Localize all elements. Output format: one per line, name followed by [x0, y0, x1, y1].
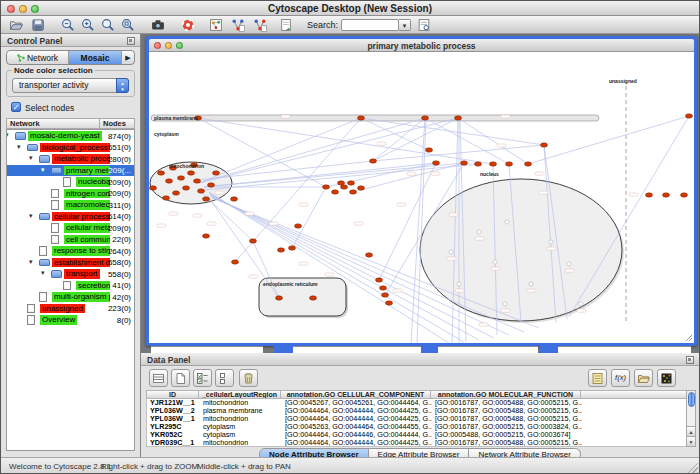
network-node[interactable] [341, 185, 348, 189]
network-node-unselected[interactable] [477, 230, 481, 234]
save-session-icon[interactable] [31, 18, 45, 32]
unselect-attributes-icon[interactable] [215, 369, 234, 387]
background-window-fragment[interactable] [438, 346, 538, 353]
tree-row[interactable]: mosaic-demo-yeast874(0) [7, 130, 134, 142]
tree-row[interactable]: transport558(0) [7, 268, 134, 280]
network-node[interactable] [541, 143, 548, 147]
network-node[interactable] [289, 246, 296, 250]
tree-row[interactable]: response to stimul264(0) [7, 245, 134, 257]
tab-overflow-arrow[interactable] [122, 51, 134, 64]
network-node[interactable] [150, 186, 157, 190]
network-node[interactable] [663, 193, 670, 197]
select-attributes-icon[interactable] [149, 369, 168, 387]
tree-row[interactable]: primary metabo209(... [7, 165, 134, 177]
tree-expand-icon[interactable] [41, 269, 45, 277]
column-header[interactable]: ID [146, 390, 199, 399]
formula-builder-icon[interactable]: f(x) [611, 369, 630, 387]
tree-row[interactable]: Overview8(0) [7, 314, 134, 326]
network-tree[interactable]: mosaic-demo-yeast874(0)biological_proces… [6, 129, 135, 451]
attribute-table[interactable]: YJR121W__1mitochondrion[GO:0045267, GO:0… [146, 399, 688, 447]
scrollbar-thumb[interactable] [688, 392, 695, 407]
network-node[interactable] [183, 186, 190, 190]
network-node[interactable] [194, 179, 201, 183]
network-node[interactable] [166, 179, 173, 183]
column-header[interactable]: annotation.GO CELLULAR_COMPONENT [281, 390, 431, 399]
tree-expand-icon[interactable] [29, 212, 33, 220]
network-node[interactable] [188, 171, 195, 175]
column-header[interactable]: annotation.GO MOLECULAR_FUNCTION [431, 390, 581, 399]
tree-row[interactable]: multi-organism pro42(0) [7, 291, 134, 303]
annotation-page-icon[interactable] [279, 18, 293, 32]
network-node[interactable] [348, 181, 355, 185]
table-row[interactable]: YLR295Ccytoplasm[GO:0045263, GO:0044464,… [147, 423, 687, 431]
network-window-titlebar[interactable]: primary metabolic process [149, 39, 694, 52]
network-view-window[interactable]: primary metabolic process plasma membran… [146, 36, 697, 346]
tree-row[interactable]: secretion41(0) [7, 280, 134, 292]
tree-row[interactable]: cell communicat22(0) [7, 234, 134, 246]
tree-expand-icon[interactable] [6, 131, 9, 139]
network-node[interactable] [380, 286, 387, 290]
network-node[interactable] [203, 197, 210, 201]
new-attribute-icon[interactable] [171, 369, 190, 387]
help-lifesaver-icon[interactable] [181, 18, 195, 32]
search-options-icon[interactable] [417, 18, 431, 32]
network-node[interactable] [231, 197, 238, 201]
window-resize-grip[interactable] [686, 462, 698, 474]
canvas-resize-grip[interactable] [686, 335, 692, 341]
network-node-unselected[interactable] [457, 282, 461, 286]
node-color-dropdown[interactable]: transporter activity [12, 78, 129, 93]
snapshot-camera-icon[interactable] [151, 18, 165, 32]
network-node[interactable] [213, 171, 220, 175]
network-node[interactable] [490, 162, 497, 166]
table-row[interactable]: YPL036W__2plasma membrane[GO:0044464, GO… [147, 407, 687, 415]
network-node[interactable] [338, 181, 345, 185]
tree-expand-icon[interactable] [29, 154, 33, 162]
tree-row[interactable]: establishment of lo558(0) [7, 257, 134, 269]
table-scrollbar[interactable] [686, 390, 696, 447]
tree-row[interactable]: macromolecule311(0) [7, 199, 134, 211]
network-node[interactable] [376, 278, 383, 282]
search-input[interactable] [341, 19, 399, 31]
tree-row[interactable]: unassigned223(0) [7, 303, 134, 315]
network-node[interactable] [525, 162, 532, 166]
tree-row[interactable]: cellular process614(0) [7, 211, 134, 223]
title-bar[interactable]: Cytoscape Desktop (New Session) [1, 1, 699, 16]
network-node[interactable] [178, 176, 185, 180]
attribute-checklist-icon[interactable] [193, 369, 212, 387]
network-node[interactable] [686, 114, 693, 118]
table-row[interactable]: YKR052Ccytoplasm[GO:0044464, GO:0044446,… [147, 431, 687, 439]
tree-row[interactable]: biological_process651(0) [7, 142, 134, 154]
scroll-up-button[interactable] [687, 426, 695, 436]
network-node[interactable] [370, 159, 377, 163]
layout-red-nodes-icon[interactable] [253, 18, 267, 32]
zoom-in-icon[interactable] [81, 18, 95, 32]
network-node[interactable] [198, 189, 205, 193]
background-window-fragment[interactable] [151, 346, 263, 353]
table-row[interactable]: YDR039C__1mitochondrion[GO:0044464, GO:0… [147, 439, 687, 447]
import-attributes-folder-icon[interactable] [634, 369, 653, 387]
network-node[interactable] [422, 116, 429, 120]
data-panel-header[interactable]: Data Panel [141, 353, 699, 366]
network-overview-icon[interactable] [209, 18, 223, 32]
network-node[interactable] [332, 190, 339, 194]
network-node[interactable] [475, 162, 482, 166]
tree-row[interactable]: nitrogen compo209(0) [7, 188, 134, 200]
network-node[interactable] [163, 196, 170, 200]
network-node[interactable] [506, 162, 513, 166]
network-node[interactable] [382, 293, 389, 297]
network-node-unselected[interactable] [503, 302, 507, 306]
heatmap-view-icon[interactable] [657, 369, 676, 387]
network-node[interactable] [386, 301, 393, 305]
network-node[interactable] [426, 148, 433, 152]
control-panel-header[interactable]: Control Panel [1, 34, 140, 47]
tree-column-nodes[interactable]: Nodes [99, 118, 135, 129]
select-nodes-checkbox[interactable] [11, 102, 21, 112]
attribute-report-icon[interactable] [588, 369, 607, 387]
network-node[interactable] [681, 193, 688, 197]
tree-expand-icon[interactable] [29, 258, 33, 266]
float-panel-icon[interactable] [686, 356, 694, 364]
network-node[interactable] [461, 161, 468, 165]
table-row[interactable]: YPL036W__1mitochondrion[GO:0044464, GO:0… [147, 415, 687, 423]
network-node[interactable] [358, 186, 365, 190]
network-node[interactable] [295, 224, 302, 228]
